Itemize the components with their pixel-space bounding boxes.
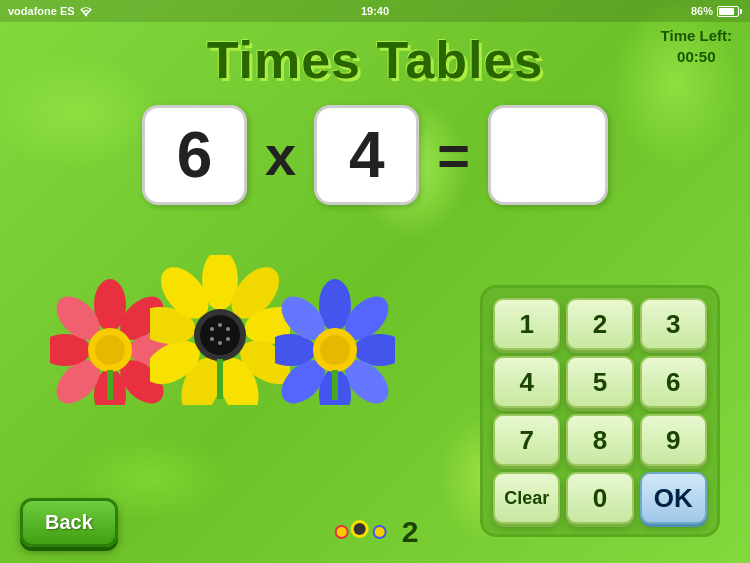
battery-percent: 86% xyxy=(691,5,713,17)
time-left-value: 00:50 xyxy=(661,46,732,67)
battery-fill xyxy=(719,8,734,15)
key-5[interactable]: 5 xyxy=(566,356,633,408)
svg-point-24 xyxy=(218,323,222,327)
score-flower-icons xyxy=(332,514,392,549)
status-left: vodafone ES xyxy=(8,5,93,17)
status-center: 19:40 xyxy=(361,5,389,17)
flower-yellow xyxy=(150,255,290,405)
svg-point-27 xyxy=(218,341,222,345)
svg-point-25 xyxy=(226,327,230,331)
svg-point-26 xyxy=(210,337,214,341)
equation-answer xyxy=(488,105,608,205)
equation-equals: = xyxy=(437,123,470,188)
battery-tip xyxy=(740,9,742,14)
equation-num2: 4 xyxy=(314,105,419,205)
wifi-icon xyxy=(79,6,93,17)
key-3[interactable]: 3 xyxy=(640,298,707,350)
title-text: Times Tables xyxy=(0,30,750,90)
battery-indicator xyxy=(717,6,742,17)
status-bar: vodafone ES 19:40 86% xyxy=(0,0,750,22)
key-6[interactable]: 6 xyxy=(640,356,707,408)
key-0[interactable]: 0 xyxy=(566,472,633,524)
key-1[interactable]: 1 xyxy=(493,298,560,350)
key-clear[interactable]: Clear xyxy=(493,472,560,524)
svg-rect-11 xyxy=(107,370,113,400)
svg-point-23 xyxy=(210,327,214,331)
svg-rect-29 xyxy=(217,359,223,399)
key-4[interactable]: 4 xyxy=(493,356,560,408)
svg-point-0 xyxy=(85,14,87,16)
time-left-display: Time Left: 00:50 xyxy=(661,25,732,67)
key-2[interactable]: 2 xyxy=(566,298,633,350)
svg-point-22 xyxy=(200,315,240,355)
flower-blue xyxy=(275,275,395,405)
score-area: 2 xyxy=(332,514,419,549)
flowers-decoration xyxy=(50,255,395,405)
svg-point-10 xyxy=(95,335,125,365)
key-ok[interactable]: OK xyxy=(640,472,707,524)
key-7[interactable]: 7 xyxy=(493,414,560,466)
svg-point-28 xyxy=(226,337,230,341)
svg-point-44 xyxy=(354,523,366,535)
time-left-label: Time Left: xyxy=(661,25,732,46)
svg-point-46 xyxy=(375,527,385,537)
svg-rect-40 xyxy=(332,370,338,400)
key-9[interactable]: 9 xyxy=(640,414,707,466)
status-time: 19:40 xyxy=(361,5,389,17)
keypad: 1 2 3 4 5 6 7 8 9 Clear 0 OK xyxy=(480,285,720,537)
status-right: 86% xyxy=(691,5,742,17)
key-8[interactable]: 8 xyxy=(566,414,633,466)
page-title: Times Tables xyxy=(0,22,750,90)
score-value: 2 xyxy=(402,515,419,549)
carrier-label: vodafone ES xyxy=(8,5,75,17)
equation-num1: 6 xyxy=(142,105,247,205)
svg-point-39 xyxy=(320,335,350,365)
equation-operator: x xyxy=(265,123,296,188)
equation-display: 6 x 4 = xyxy=(0,105,750,205)
battery-body xyxy=(717,6,739,17)
back-button[interactable]: Back xyxy=(20,498,118,547)
svg-point-42 xyxy=(337,527,347,537)
